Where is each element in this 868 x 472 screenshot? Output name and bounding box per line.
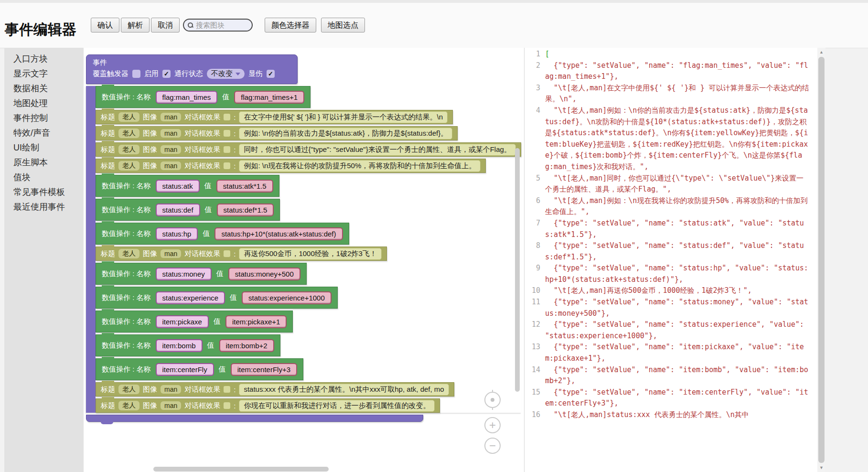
event-block[interactable]: 事件 覆盖触发器 启用 ✓ 通行状态 不改变 显伤 ✓ 数值操作 : 名称fla… — [86, 54, 521, 422]
sidebar-item-7[interactable]: 原生脚本 — [4, 155, 84, 170]
sidebar-item-2[interactable]: 数据相关 — [4, 81, 84, 96]
code-text[interactable]: "\t[老人,man]同时，你也可以通过{\"type\": \"setValu… — [545, 173, 811, 195]
dialog-text-field[interactable]: 你现在可以重新和我进行对话，进一步看到属性值的改变。 — [239, 400, 435, 412]
name-field[interactable]: item:bomb — [156, 339, 203, 352]
scroll-down-icon[interactable]: ▼ — [819, 463, 824, 472]
setvalue-block[interactable]: 数值操作 : 名称item:pickaxe值item:pickaxe+1 — [96, 311, 293, 333]
trigger-checkbox[interactable] — [132, 70, 140, 78]
name-field[interactable]: status:money — [156, 268, 212, 280]
code-text[interactable]: "\t[老人,man]在文字中使用${' ${ '}和 } 可以计算并显示一个表… — [545, 83, 811, 105]
code-text[interactable]: [ — [545, 49, 811, 60]
title-chip[interactable]: 老人 — [118, 161, 139, 171]
dialog-text-block[interactable]: 标题老人图像man对话框效果:在文字中使用${' ${ '}和 } 可以计算并显… — [96, 110, 453, 124]
effect-checkbox[interactable] — [224, 386, 230, 393]
setvalue-block[interactable]: 数值操作 : 名称status:atk值status:atk*1.5 — [96, 175, 279, 197]
effect-checkbox[interactable] — [224, 402, 230, 409]
pass-state-dropdown[interactable]: 不改变 — [207, 69, 245, 79]
zoom-reset-button[interactable] — [484, 392, 501, 408]
code-scrollbar-thumb[interactable] — [818, 57, 825, 463]
value-field[interactable]: item:bomb+2 — [219, 339, 274, 352]
cancel-button[interactable]: 取消 — [151, 18, 180, 32]
image-chip[interactable]: man — [161, 401, 181, 410]
code-editor[interactable]: 1[2 {"type": "setValue", "name": "flag:m… — [524, 48, 817, 472]
dialog-text-field[interactable]: 在文字中使用${' ${ '}和 } 可以计算并显示一个表达式的结果。\n — [239, 111, 448, 123]
color-picker-button[interactable]: 颜色选择器 — [265, 18, 316, 32]
dialog-text-block[interactable]: 标题老人图像man对话框效果:例如: \n你的当前攻击力是${status:at… — [96, 126, 458, 140]
code-text[interactable]: {"type": "setValue", "name": "status:mon… — [545, 297, 811, 319]
setvalue-block[interactable]: 数值操作 : 名称item:bomb值item:bomb+2 — [96, 334, 280, 356]
dialog-text-block[interactable]: 标题老人图像man对话框效果:例如: \n现在我将让你的攻防提升50%，再将攻防… — [96, 159, 486, 173]
value-field[interactable]: flag:man_times+1 — [234, 91, 304, 104]
sidebar-item-8[interactable]: 值块 — [4, 170, 84, 185]
zoom-out-button[interactable]: − — [484, 438, 501, 454]
effect-checkbox[interactable] — [224, 114, 230, 120]
sidebar-item-10[interactable]: 最近使用事件 — [4, 200, 84, 215]
image-chip[interactable]: man — [161, 113, 181, 121]
setvalue-block[interactable]: 数值操作 : 名称flag:man_times值flag:man_times+1 — [96, 86, 311, 108]
setvalue-block[interactable]: 数值操作 : 名称status:hp值status:hp+10*(status:… — [96, 223, 349, 245]
image-chip[interactable]: man — [161, 161, 181, 170]
image-chip[interactable]: man — [161, 129, 181, 138]
title-chip[interactable]: 老人 — [118, 401, 139, 410]
code-text[interactable]: {"type": "setValue", "name": "status:def… — [545, 240, 811, 263]
code-text[interactable]: "\t[老人,man]例如：\n你的当前攻击力是${status:atk}，防御… — [545, 105, 811, 173]
title-chip[interactable]: 老人 — [118, 385, 139, 394]
name-field[interactable]: flag:man_times — [156, 91, 218, 104]
effect-checkbox[interactable] — [224, 130, 230, 137]
dialog-text-block[interactable]: 标题老人图像man对话框效果:同时，你也可以通过{"type": "setVal… — [96, 142, 521, 157]
dialog-text-field[interactable]: 例如: \n现在我将让你的攻防提升50%，再将攻防和的十倍加到生命值上。 — [239, 160, 481, 172]
effect-checkbox[interactable] — [224, 250, 230, 257]
name-field[interactable]: status:def — [156, 204, 200, 216]
value-field[interactable]: status:def*1.5 — [217, 204, 274, 216]
title-chip[interactable]: 老人 — [118, 112, 139, 122]
dialog-text-field[interactable]: 同时，你也可以通过{"type": "setValue"}来设置一个勇士的属性、… — [239, 144, 515, 156]
name-field[interactable]: item:centerFly — [156, 363, 214, 376]
search-box[interactable] — [183, 19, 253, 32]
workspace-horizontal-scrollbar[interactable] — [153, 467, 329, 472]
code-text[interactable]: "\t[老人,man]例如：\n现在我将让你的攻防提升50%，再将攻防和的十倍加… — [545, 195, 811, 218]
name-field[interactable]: status:hp — [156, 227, 198, 240]
scroll-up-icon[interactable]: ▲ — [819, 48, 824, 56]
dialog-text-field[interactable]: 例如: \n你的当前攻击力是${status:atk}，防御力是${status… — [239, 128, 452, 139]
sidebar-item-5[interactable]: 特效/声音 — [4, 126, 84, 140]
setvalue-block[interactable]: 数值操作 : 名称status:money值status:money+500 — [96, 263, 307, 285]
code-text[interactable]: {"type": "setValue", "name": "status:exp… — [545, 319, 811, 342]
code-text[interactable]: {"type": "setValue", "name": "item:picka… — [545, 342, 811, 364]
sidebar-item-1[interactable]: 显示文字 — [4, 66, 84, 81]
code-text[interactable]: "\t[老人,man]再送你500金币，1000经验，1破2炸3飞！", — [545, 285, 811, 297]
map-pick-button[interactable]: 地图选点 — [321, 18, 365, 32]
dialog-text-block[interactable]: 标题老人图像man对话框效果:你现在可以重新和我进行对话，进一步看到属性值的改变… — [96, 398, 440, 413]
setvalue-block[interactable]: 数值操作 : 名称item:centerFly值item:centerFly+3 — [96, 358, 303, 380]
effect-checkbox[interactable] — [224, 146, 230, 153]
dialog-text-field[interactable]: status:xxx 代表勇士的某个属性。\n其中xxx可取hp, atk, d… — [239, 384, 449, 396]
value-field[interactable]: item:pickaxe+1 — [225, 315, 287, 328]
sidebar-item-0[interactable]: 入口方块 — [4, 52, 84, 66]
damage-checkbox[interactable]: ✓ — [267, 70, 275, 78]
code-text[interactable]: {"type": "setValue", "name": "status:atk… — [545, 218, 811, 240]
name-field[interactable]: status:experience — [156, 291, 225, 304]
sidebar-item-6[interactable]: UI绘制 — [4, 140, 84, 155]
event-block-footer[interactable] — [86, 415, 423, 422]
dialog-text-block[interactable]: 标题老人图像man对话框效果:再送你500金币，1000经验，1破2炸3飞！ — [96, 247, 387, 261]
sidebar-item-3[interactable]: 地图处理 — [4, 96, 84, 111]
parse-button[interactable]: 解析 — [121, 18, 150, 32]
sidebar-item-9[interactable]: 常见事件模板 — [4, 185, 84, 200]
confirm-button[interactable]: 确认 — [91, 18, 119, 32]
name-field[interactable]: status:atk — [156, 180, 200, 193]
event-block-header[interactable]: 事件 覆盖触发器 启用 ✓ 通行状态 不改变 显伤 ✓ — [86, 54, 298, 84]
value-field[interactable]: item:centerFly+3 — [231, 363, 297, 376]
blockly-workspace[interactable]: 事件 覆盖触发器 启用 ✓ 通行状态 不改变 显伤 ✓ 数值操作 : 名称fla… — [84, 48, 524, 472]
value-field[interactable]: status:hp+10*(status:atk+status:def) — [214, 227, 343, 240]
name-field[interactable]: item:pickaxe — [156, 315, 209, 328]
code-text[interactable]: {"type": "setValue", "name": "item:cente… — [545, 387, 811, 409]
setvalue-block[interactable]: 数值操作 : 名称status:experience值status:experi… — [96, 287, 338, 309]
dialog-text-block[interactable]: 标题老人图像man对话框效果:status:xxx 代表勇士的某个属性。\n其中… — [96, 382, 454, 397]
dialog-text-field[interactable]: 再送你500金币，1000经验，1破2炸3飞！ — [239, 248, 381, 260]
title-chip[interactable]: 老人 — [118, 145, 139, 154]
workspace-vertical-scrollbar[interactable] — [515, 148, 520, 392]
image-chip[interactable]: man — [161, 249, 181, 258]
value-field[interactable]: status:experience+1000 — [242, 291, 332, 304]
code-text[interactable]: {"type": "setValue", "name": "item:bomb"… — [545, 365, 811, 387]
value-field[interactable]: status:atk*1.5 — [216, 180, 273, 193]
sidebar-item-4[interactable]: 事件控制 — [4, 111, 84, 126]
